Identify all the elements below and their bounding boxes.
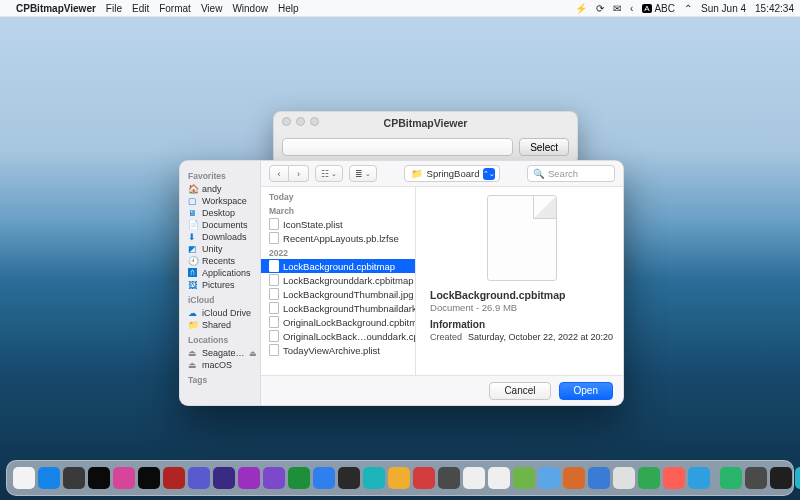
status-date[interactable]: Sun Jun 4 xyxy=(701,3,746,14)
path-field[interactable] xyxy=(282,138,513,156)
dock[interactable] xyxy=(6,460,794,496)
menu-format[interactable]: Format xyxy=(159,3,191,14)
dock-item[interactable] xyxy=(138,467,160,489)
file-row[interactable]: TodayViewArchive.plist xyxy=(261,343,415,357)
file-row[interactable]: RecentAppLayouts.pb.lzfse xyxy=(261,231,415,245)
file-list[interactable]: TodayMarchIconState.plistRecentAppLayout… xyxy=(261,187,416,375)
dock-item[interactable] xyxy=(238,467,260,489)
menu-edit[interactable]: Edit xyxy=(132,3,149,14)
dock-item[interactable] xyxy=(663,467,685,489)
status-chevron-icon[interactable]: ‹ xyxy=(630,3,633,14)
dock-item[interactable] xyxy=(438,467,460,489)
nav-forward-button[interactable]: › xyxy=(289,165,309,182)
dock-item[interactable] xyxy=(363,467,385,489)
group-by-button[interactable]: ≣⌄ xyxy=(349,165,377,182)
preview-pane: LockBackground.cpbitmap Document - 26.9 … xyxy=(416,187,623,375)
menu-view[interactable]: View xyxy=(201,3,223,14)
dock-item[interactable] xyxy=(538,467,560,489)
sidebar-item-pictures[interactable]: 🖼Pictures xyxy=(184,279,256,291)
file-row[interactable]: LockBackgroundThumbnail.jpg xyxy=(261,287,415,301)
sidebar-item-icloud-drive[interactable]: ☁iCloud Drive xyxy=(184,307,256,319)
app-window-title: CPBitmapViewer xyxy=(384,117,468,129)
sidebar-item-macos[interactable]: ⏏macOS xyxy=(184,359,256,371)
dock-item[interactable] xyxy=(263,467,285,489)
file-row[interactable]: IconState.plist xyxy=(261,217,415,231)
dock-item[interactable] xyxy=(688,467,710,489)
status-sync-icon[interactable]: ⟳ xyxy=(596,3,604,14)
file-name: OriginalLockBack…ounddark.cpbitmap xyxy=(283,331,415,342)
sidebar-item-desktop[interactable]: 🖥Desktop xyxy=(184,207,256,219)
dock-item[interactable] xyxy=(388,467,410,489)
file-row[interactable]: LockBackgrounddark.cpbitmap xyxy=(261,273,415,287)
search-field[interactable]: 🔍 Search xyxy=(527,165,615,182)
status-wechat-icon[interactable]: ✉ xyxy=(613,3,621,14)
file-row[interactable]: LockBackground.cpbitmap xyxy=(261,259,415,273)
dock-item[interactable] xyxy=(163,467,185,489)
sidebar-item-recents[interactable]: 🕘Recents xyxy=(184,255,256,267)
status-bolt-icon[interactable]: ⚡ xyxy=(575,3,587,14)
sidebar-item-downloads[interactable]: ⬇Downloads xyxy=(184,231,256,243)
file-row[interactable]: OriginalLockBack…ounddark.cpbitmap xyxy=(261,329,415,343)
dock-item[interactable] xyxy=(513,467,535,489)
dock-item[interactable] xyxy=(795,467,800,489)
sidebar-item-andy[interactable]: 🏠andy xyxy=(184,183,256,195)
cube-icon: ◩ xyxy=(188,244,198,254)
dock-item[interactable] xyxy=(720,467,742,489)
window-controls[interactable] xyxy=(282,117,319,126)
eject-icon[interactable]: ⏏ xyxy=(249,349,257,358)
dock-item[interactable] xyxy=(213,467,235,489)
app-menu[interactable]: CPBitmapViewer xyxy=(16,3,96,14)
sidebar-item-applications[interactable]: 🅰Applications xyxy=(184,267,256,279)
zoom-icon[interactable] xyxy=(310,117,319,126)
file-icon xyxy=(269,302,279,314)
select-button[interactable]: Select xyxy=(519,138,569,156)
app-titlebar[interactable]: CPBitmapViewer xyxy=(274,112,577,134)
menubar[interactable]: CPBitmapViewer File Edit Format View Win… xyxy=(0,0,800,17)
status-wifi-icon[interactable]: ⌃ xyxy=(684,3,692,14)
dock-item[interactable] xyxy=(413,467,435,489)
dock-item[interactable] xyxy=(338,467,360,489)
dock-item[interactable] xyxy=(613,467,635,489)
open-panel: Favorites 🏠andy▢Workspace🖥Desktop📄Docume… xyxy=(179,160,624,406)
dock-item[interactable] xyxy=(113,467,135,489)
dock-item[interactable] xyxy=(63,467,85,489)
open-panel-toolbar: ‹ › ☷⌄ ≣⌄ 📁 SpringBoard ⌃⌄ 🔍 Search xyxy=(261,161,623,187)
status-lang[interactable]: A ABC xyxy=(642,3,675,14)
sidebar-item-documents[interactable]: 📄Documents xyxy=(184,219,256,231)
file-icon xyxy=(269,316,279,328)
sidebar-item-shared[interactable]: 📁Shared xyxy=(184,319,256,331)
sidebar-item-seagate-[interactable]: ⏏Seagate…⏏ xyxy=(184,347,256,359)
dock-item[interactable] xyxy=(638,467,660,489)
view-mode-button[interactable]: ☷⌄ xyxy=(315,165,343,182)
menu-help[interactable]: Help xyxy=(278,3,299,14)
dock-item[interactable] xyxy=(38,467,60,489)
dock-item[interactable] xyxy=(588,467,610,489)
file-row[interactable]: LockBackgroundThumbnaildark.jpg xyxy=(261,301,415,315)
open-button[interactable]: Open xyxy=(559,382,613,400)
open-panel-sidebar[interactable]: Favorites 🏠andy▢Workspace🖥Desktop📄Docume… xyxy=(180,161,261,405)
dock-item[interactable] xyxy=(488,467,510,489)
dock-item[interactable] xyxy=(770,467,792,489)
file-icon xyxy=(269,218,279,230)
cancel-button[interactable]: Cancel xyxy=(489,382,550,400)
file-icon xyxy=(269,344,279,356)
dock-item[interactable] xyxy=(13,467,35,489)
dock-item[interactable] xyxy=(88,467,110,489)
sidebar-item-unity[interactable]: ◩Unity xyxy=(184,243,256,255)
minimize-icon[interactable] xyxy=(296,117,305,126)
close-icon[interactable] xyxy=(282,117,291,126)
file-row[interactable]: OriginalLockBackground.cpbitmap xyxy=(261,315,415,329)
sidebar-item-workspace[interactable]: ▢Workspace xyxy=(184,195,256,207)
dock-item[interactable] xyxy=(188,467,210,489)
menu-file[interactable]: File xyxy=(106,3,122,14)
dock-item[interactable] xyxy=(288,467,310,489)
menu-window[interactable]: Window xyxy=(232,3,268,14)
nav-back-forward[interactable]: ‹ › xyxy=(269,165,309,182)
nav-back-button[interactable]: ‹ xyxy=(269,165,289,182)
dock-item[interactable] xyxy=(745,467,767,489)
dock-item[interactable] xyxy=(463,467,485,489)
dock-item[interactable] xyxy=(563,467,585,489)
dock-item[interactable] xyxy=(313,467,335,489)
location-popup[interactable]: 📁 SpringBoard ⌃⌄ xyxy=(404,165,501,182)
sidebar-item-label: Desktop xyxy=(202,208,235,218)
